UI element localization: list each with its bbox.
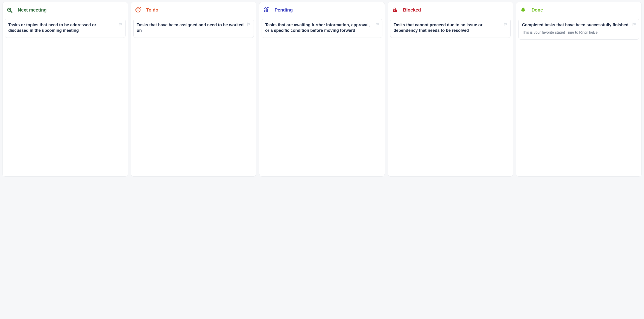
column-title: To do	[146, 7, 158, 13]
growth-chart-icon	[263, 7, 270, 13]
column-title: Next meeting	[18, 7, 47, 13]
card-title: Tasks that are awaiting further informat…	[265, 22, 379, 34]
column-header: Next meeting	[5, 5, 126, 19]
column-title: Pending	[274, 7, 293, 13]
column-to-do[interactable]: To do Tasks that have been assigned and …	[131, 2, 256, 177]
flag-icon[interactable]	[118, 22, 123, 27]
card-title: Completed tasks that have been successfu…	[522, 22, 636, 28]
column-header: Blocked	[390, 5, 511, 19]
flag-icon[interactable]	[504, 22, 508, 27]
bell-icon	[520, 7, 526, 13]
column-card[interactable]: Tasks that cannot proceed due to an issu…	[390, 19, 511, 38]
column-done[interactable]: Done Completed tasks that have been succ…	[516, 2, 642, 177]
kanban-board: Next meeting Tasks or topics that need t…	[2, 2, 642, 177]
card-title: Tasks or topics that need to be addresse…	[8, 22, 122, 34]
flag-icon[interactable]	[632, 22, 637, 27]
column-card[interactable]: Tasks or topics that need to be addresse…	[5, 19, 126, 38]
column-pending[interactable]: Pending Tasks that are awaiting further …	[259, 2, 385, 177]
card-title: Tasks that have been assigned and need t…	[137, 22, 250, 34]
column-header: To do	[133, 5, 254, 19]
column-title: Blocked	[403, 7, 421, 13]
card-title: Tasks that cannot proceed due to an issu…	[394, 22, 508, 34]
flag-icon[interactable]	[375, 22, 380, 27]
column-next-meeting[interactable]: Next meeting Tasks or topics that need t…	[2, 2, 128, 177]
column-card[interactable]: Tasks that are awaiting further informat…	[262, 19, 382, 38]
column-header: Pending	[262, 5, 382, 19]
flag-icon[interactable]	[247, 22, 251, 27]
column-card[interactable]: Completed tasks that have been successfu…	[518, 19, 639, 40]
lock-icon	[392, 7, 398, 13]
search-icon	[6, 7, 13, 13]
column-header: Done	[518, 5, 639, 19]
column-card[interactable]: Tasks that have been assigned and need t…	[133, 19, 254, 38]
column-title: Done	[531, 7, 543, 13]
card-subtitle: This is your favorite stage! Time to Rin…	[522, 30, 636, 35]
target-icon	[135, 7, 141, 13]
column-blocked[interactable]: Blocked Tasks that cannot proceed due to…	[388, 2, 514, 177]
